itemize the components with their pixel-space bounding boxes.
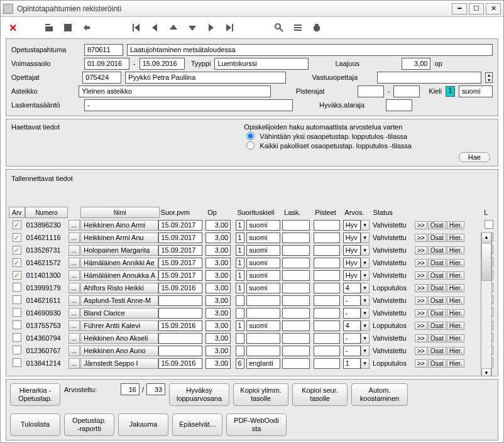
row-osat-button[interactable]: Osat	[428, 246, 446, 254]
row-go-button[interactable]: >>	[415, 309, 427, 317]
row-sk1-input[interactable]: 1	[236, 232, 244, 243]
window-max-button[interactable]: ☐	[469, 3, 484, 14]
raportti-button[interactable]: Opetustap. -raportti	[64, 413, 114, 436]
row-op-input[interactable]: 3,00	[205, 346, 231, 356]
row-osat-button[interactable]: Osat	[428, 297, 446, 305]
row-pist-input[interactable]	[314, 245, 340, 256]
row-arv-checkbox[interactable]	[13, 295, 21, 304]
row-lask-input[interactable]	[282, 320, 310, 331]
col-nimi-button[interactable]: Nimi	[80, 207, 160, 218]
row-arvos-dropdown[interactable]: ▼	[361, 270, 370, 281]
row-name-button[interactable]: Bland Clarice	[80, 308, 158, 319]
row-arvos-input[interactable]: Hyv	[343, 245, 361, 256]
row-arvos-dropdown[interactable]: ▼	[361, 308, 370, 319]
row-sk1-input[interactable]: 1	[236, 283, 244, 293]
row-go-button[interactable]: >>	[415, 359, 427, 368]
col-numero-button[interactable]: Numero	[25, 207, 68, 218]
pisterajat-from-input[interactable]	[358, 85, 384, 97]
row-date-input[interactable]: 15.09.2017	[158, 258, 202, 268]
row-expand-button[interactable]: ...	[68, 220, 80, 231]
row-arvos-input[interactable]: Hyv	[343, 232, 361, 243]
row-op-input[interactable]: 3,00	[205, 283, 231, 293]
row-lask-input[interactable]	[282, 270, 310, 281]
row-expand-button[interactable]: ...	[68, 333, 80, 344]
row-pist-input[interactable]	[314, 320, 340, 331]
row-sk1-input[interactable]: 1	[236, 270, 244, 281]
row-go-button[interactable]: >>	[415, 246, 427, 254]
scroll-down-icon[interactable]: ▼	[481, 368, 491, 376]
row-name-button[interactable]: Ahlfors Risto Heikki	[80, 283, 158, 293]
row-op-input[interactable]: 3,00	[205, 358, 231, 369]
row-lask-input[interactable]	[282, 283, 310, 293]
row-go-button[interactable]: >>	[415, 284, 427, 292]
row-arv-checkbox[interactable]	[13, 233, 21, 242]
row-lask-input[interactable]	[282, 358, 310, 369]
row-hier-button[interactable]: Hier.	[447, 359, 465, 368]
row-hier-button[interactable]: Hier.	[447, 347, 465, 355]
row-arv-checkbox[interactable]	[13, 258, 21, 267]
row-arvos-dropdown[interactable]: ▼	[361, 232, 370, 243]
row-sk2-input[interactable]: suomi	[246, 283, 280, 293]
voimassa-from-input[interactable]	[84, 58, 129, 70]
row-osat-button[interactable]: Osat	[428, 334, 446, 342]
kieli-num-input[interactable]: 1	[446, 86, 455, 97]
row-arvos-input[interactable]: 4	[343, 283, 361, 293]
row-date-input[interactable]	[158, 333, 202, 344]
row-osat-button[interactable]: Osat	[428, 271, 446, 280]
row-lask-input[interactable]	[282, 232, 310, 243]
row-go-button[interactable]: >>	[415, 271, 427, 280]
table-scrollbar[interactable]: ▲ ▼	[481, 232, 492, 376]
row-osat-button[interactable]: Osat	[428, 284, 446, 292]
row-pist-input[interactable]	[314, 270, 340, 281]
kopioi2-button[interactable]: Kopioi seur. tasolle	[292, 383, 348, 406]
row-arv-checkbox[interactable]	[13, 308, 21, 317]
row-hier-button[interactable]: Hier.	[447, 271, 465, 280]
row-osat-button[interactable]: Osat	[428, 221, 446, 229]
pdf-button[interactable]: PDF-WebOodi sta	[226, 413, 287, 436]
row-sk2-input[interactable]	[246, 295, 280, 306]
row-go-button[interactable]: >>	[415, 297, 427, 305]
row-expand-button[interactable]: ...	[68, 270, 80, 281]
row-expand-button[interactable]: ...	[68, 283, 80, 293]
export-icon[interactable]	[80, 21, 94, 35]
row-lask-input[interactable]	[282, 333, 310, 344]
nav-last-icon[interactable]	[223, 21, 237, 35]
row-hier-button[interactable]: Hier.	[447, 246, 465, 254]
laskenta-input[interactable]	[84, 99, 293, 111]
row-pist-input[interactable]	[314, 258, 340, 268]
row-name-button[interactable]: Hämäläinen Annukka A	[80, 270, 158, 281]
row-expand-button[interactable]: ...	[68, 232, 80, 243]
pisterajat-to-input[interactable]	[393, 85, 420, 97]
row-osat-button[interactable]: Osat	[428, 309, 446, 317]
row-expand-button[interactable]: ...	[68, 295, 80, 306]
row-arv-checkbox[interactable]	[13, 358, 21, 367]
row-arvos-dropdown[interactable]: ▼	[361, 320, 370, 331]
row-pist-input[interactable]	[314, 283, 340, 293]
search-icon[interactable]	[272, 21, 286, 35]
row-sk1-input[interactable]	[236, 308, 244, 319]
row-sk2-input[interactable]	[246, 308, 280, 319]
row-expand-button[interactable]: ...	[68, 308, 80, 319]
row-sk1-input[interactable]: 1	[236, 245, 244, 256]
row-date-input[interactable]: 15.09.2017	[158, 220, 202, 231]
row-name-button[interactable]: Heikkinen Aino Armi	[80, 220, 158, 231]
row-expand-button[interactable]: ...	[68, 358, 80, 369]
row-op-input[interactable]: 3,00	[205, 333, 231, 344]
row-pist-input[interactable]	[314, 220, 340, 231]
row-arvos-input[interactable]: Hyv	[343, 220, 361, 231]
row-pist-input[interactable]	[314, 358, 340, 369]
row-arvos-input[interactable]: -	[343, 308, 361, 319]
row-date-input[interactable]: 15.09.2017	[158, 270, 202, 281]
row-arv-checkbox[interactable]	[13, 333, 21, 342]
row-name-button[interactable]: Heikkinen Ano Auno	[80, 346, 158, 356]
row-sk2-input[interactable]: suomi	[246, 270, 280, 281]
row-arvos-input[interactable]: Hyv	[343, 258, 361, 268]
opettajat-name-input[interactable]	[125, 72, 286, 84]
row-date-input[interactable]: 15.09.2016	[158, 283, 202, 293]
row-sk2-input[interactable]: englanti	[246, 358, 280, 369]
row-arv-checkbox[interactable]	[13, 221, 21, 229]
window-min-button[interactable]: ━	[452, 3, 467, 14]
row-lask-input[interactable]	[282, 308, 310, 319]
row-sk1-input[interactable]: 1	[236, 320, 244, 331]
row-go-button[interactable]: >>	[415, 322, 427, 330]
